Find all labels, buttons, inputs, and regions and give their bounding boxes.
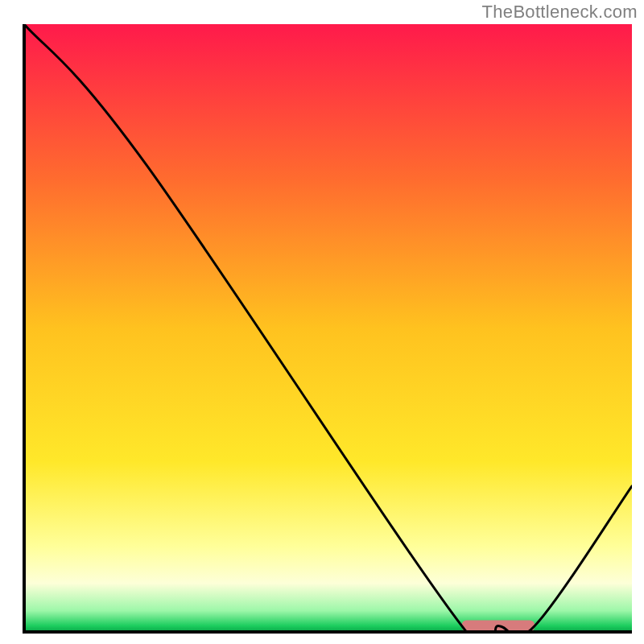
chart-container: TheBottleneck.com (0, 0, 644, 644)
bottleneck-chart (0, 0, 644, 644)
watermark-text: TheBottleneck.com (482, 2, 638, 23)
gradient-background (24, 24, 632, 632)
